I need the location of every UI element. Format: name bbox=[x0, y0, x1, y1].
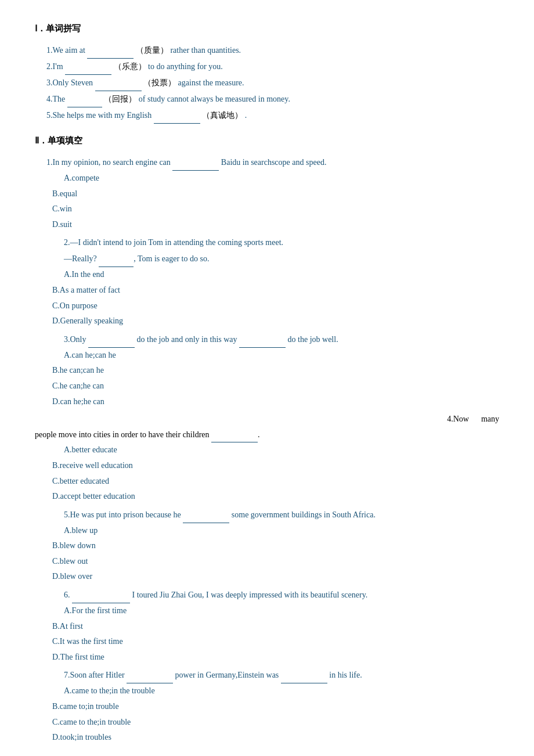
q1-blank bbox=[87, 49, 134, 59]
s2-q3-opt-d: D.can he;he can bbox=[52, 394, 499, 410]
s2-q7-opt-c: C.came to the;in trouble bbox=[52, 715, 499, 730]
s2-q3-blank1 bbox=[88, 339, 135, 348]
q1-number: 1.We aim at bbox=[46, 46, 85, 55]
s2-q1-suffix: Baidu in searchscope and speed. bbox=[221, 158, 327, 167]
q1-hint: （质量） bbox=[136, 46, 168, 55]
s2-q2-opt-c: C.On purpose bbox=[52, 298, 499, 314]
s2-q3-middle: do the job and only in this way bbox=[137, 335, 240, 344]
q5-s1-hint: （真诚地） bbox=[202, 111, 243, 120]
q4-s1: 4.The （回报） of study cannot always be mea… bbox=[46, 91, 499, 107]
q4-s1-blank bbox=[67, 98, 102, 107]
s2-q3: 3.Only do the job and only in this way d… bbox=[35, 332, 499, 409]
section-2: Ⅱ．单项填空 1.In my opinion, no search engine… bbox=[35, 135, 499, 746]
s2-q6-opt-a: A.For the first time bbox=[64, 603, 499, 619]
section-2-title: Ⅱ．单项填空 bbox=[35, 135, 499, 146]
s2-q5-opt-d: D.blew over bbox=[52, 569, 499, 585]
s2-q5-opt-a: A.blew up bbox=[64, 523, 499, 539]
s2-q1-opt-a: A.compete bbox=[64, 171, 499, 186]
s2-q4-opt-c: C.better educated bbox=[52, 474, 499, 489]
s2-q2-opt-a: A.In the end bbox=[64, 267, 499, 283]
s2-q7-opt-d: D.took;in troubles bbox=[52, 730, 499, 746]
q4-s1-hint: （回报） bbox=[104, 95, 136, 103]
q3-blank bbox=[95, 82, 142, 91]
s2-q4-opt-d: D.accept better education bbox=[52, 489, 499, 505]
s2-q3-text: 3.Only do the job and only in this way d… bbox=[64, 332, 499, 348]
s2-q2-line2: —Really? , Tom is eager to do so. bbox=[64, 251, 499, 267]
s2-q1-opt-c: C.win bbox=[52, 201, 499, 217]
s2-q5-opt-b: B.blew down bbox=[52, 538, 499, 554]
s2-q6-blank bbox=[72, 594, 130, 603]
s2-q1-number: 1.In my opinion, no search engine can bbox=[46, 158, 171, 167]
s2-q7-blank1 bbox=[127, 674, 173, 683]
section-1-title: Ⅰ．单词拼写 bbox=[35, 23, 499, 34]
s2-q3-opt-b: B.he can;can he bbox=[52, 363, 499, 379]
s2-q3-opt-c: C.he can;he can bbox=[52, 379, 499, 394]
s2-q4-continuation: people move into cities in order to have… bbox=[35, 427, 499, 443]
q3-suffix: against the measure. bbox=[178, 78, 244, 87]
q3-hint: （投票） bbox=[143, 78, 176, 87]
s2-q2-opt-d: D.Generally speaking bbox=[52, 314, 499, 329]
s2-q3-prefix: 3.Only bbox=[64, 335, 86, 344]
s2-q7-prefix: 7.Soon after Hitler bbox=[64, 671, 125, 679]
q5-s1-number: 5.She helps me with my English bbox=[46, 111, 151, 120]
section-1: Ⅰ．单词拼写 1.We aim at （质量） rather than quan… bbox=[35, 23, 499, 124]
s2-q6-opt-c: C.It was the first time bbox=[52, 634, 499, 650]
s2-q7-text: 7.Soon after Hitler power in Germany,Ein… bbox=[64, 667, 499, 683]
q2-hint: （乐意） bbox=[114, 62, 146, 71]
s2-q4-now-many: 4.Now many bbox=[435, 412, 499, 427]
s2-q4-blank bbox=[211, 433, 258, 442]
s2-q6-suffix: I toured Jiu Zhai Gou, I was deeply impr… bbox=[132, 591, 368, 599]
s2-q6-opt-d: D.The first time bbox=[52, 650, 499, 665]
s2-q7-blank2 bbox=[281, 674, 327, 683]
s2-q7-opt-a: A.came to the;in the trouble bbox=[64, 683, 499, 699]
s2-q6-opt-b: B.At first bbox=[52, 619, 499, 635]
s2-q2: 2.—I didn't intend to join Tom in attend… bbox=[35, 235, 499, 329]
s2-q7-suffix: in his life. bbox=[329, 671, 362, 679]
s2-q7-opt-b: B.came to;in trouble bbox=[52, 699, 499, 715]
s2-q2-opt-b: B.As a matter of fact bbox=[52, 283, 499, 298]
s2-q4-opt-a: A.better educate bbox=[64, 442, 499, 458]
s2-q5-opt-c: C.blew out bbox=[52, 554, 499, 570]
q2-number: 2.I'm bbox=[46, 62, 63, 71]
s2-q3-opt-a: A.can he;can he bbox=[64, 348, 499, 363]
q3-number: 3.Only Steven bbox=[46, 78, 93, 87]
q1: 1.We aim at （质量） rather than quantities. bbox=[46, 42, 499, 59]
s2-q5: 5.He was put into prison because he some… bbox=[35, 507, 499, 585]
s2-q1: 1.In my opinion, no search engine can Ba… bbox=[35, 154, 499, 232]
s2-q5-suffix: some government buildings in South Afric… bbox=[232, 510, 376, 519]
s2-q5-prefix: 5.He was put into prison because he bbox=[64, 510, 181, 519]
s2-q1-opt-d: D.suit bbox=[52, 217, 499, 233]
s2-q3-suffix: do the job well. bbox=[288, 335, 338, 344]
s2-q4-row: 4.Now many bbox=[35, 412, 499, 427]
q4-s1-suffix: of study cannot always be measured in mo… bbox=[139, 95, 290, 103]
s2-q4-opt-d-prev bbox=[35, 412, 435, 427]
q2: 2.I'm （乐意） to do anything for you. bbox=[46, 59, 499, 75]
s2-q6-number: 6. bbox=[64, 591, 70, 599]
s2-q3-blank2 bbox=[239, 339, 286, 348]
s2-q1-text: 1.In my opinion, no search engine can Ba… bbox=[46, 154, 499, 171]
q4-s1-number: 4.The bbox=[46, 95, 65, 103]
q5-s1-suffix: . bbox=[245, 111, 247, 120]
q5-s1: 5.She helps me with my English （真诚地） . bbox=[46, 107, 499, 124]
q3: 3.Only Steven （投票） against the measure. bbox=[46, 75, 499, 91]
s2-q2-line1: 2.—I didn't intend to join Tom in attend… bbox=[64, 235, 499, 251]
s2-q6-text: 6. I toured Jiu Zhai Gou, I was deeply i… bbox=[64, 587, 499, 603]
q2-suffix: to do anything for you. bbox=[148, 62, 223, 71]
s2-q2-blank bbox=[99, 258, 134, 267]
s2-q5-text: 5.He was put into prison because he some… bbox=[64, 507, 499, 523]
q1-suffix: rather than quantities. bbox=[170, 46, 241, 55]
s2-q1-blank bbox=[172, 161, 219, 171]
s2-q7: 7.Soon after Hitler power in Germany,Ein… bbox=[35, 667, 499, 745]
s2-q7-middle: power in Germany,Einstein was bbox=[175, 671, 281, 679]
s2-q1-opt-b: B.equal bbox=[52, 186, 499, 202]
s2-q5-blank bbox=[183, 514, 229, 523]
q2-blank bbox=[65, 66, 111, 75]
q5-s1-blank bbox=[154, 114, 200, 124]
s2-q4-opt-b: B.receive well education bbox=[52, 458, 499, 474]
s2-q4: 4.Now many people move into cities in or… bbox=[35, 412, 499, 505]
s2-q6: 6. I toured Jiu Zhai Gou, I was deeply i… bbox=[35, 587, 499, 665]
